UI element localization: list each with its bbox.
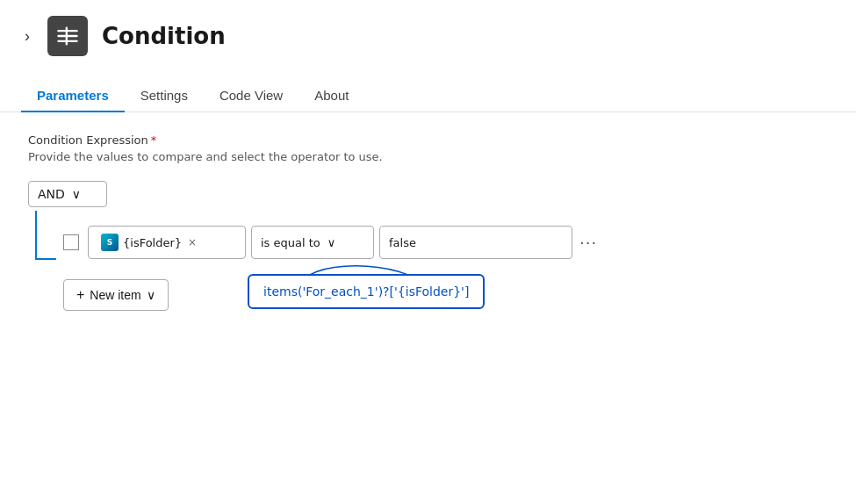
value-input-field[interactable]: S {isFolder} × (88, 226, 246, 259)
and-chevron-icon: ∨ (72, 187, 81, 201)
tooltip-text: items('For_each_1')?['{isFolder}'] (263, 284, 469, 299)
new-item-row: + New item ∨ items('For_each_1')?['{isFo… (63, 279, 828, 311)
and-label: AND (38, 187, 65, 201)
back-chevron[interactable]: › (21, 24, 33, 49)
bracket-line (35, 211, 56, 260)
required-indicator: * (151, 133, 157, 147)
token-label: {isFolder} (123, 236, 182, 249)
token-remove-button[interactable]: × (188, 236, 197, 248)
header: › Condition (0, 0, 856, 72)
token: S {isFolder} × (96, 232, 202, 253)
operator-chevron-icon: ∨ (327, 236, 336, 249)
row-checkbox[interactable] (63, 234, 79, 250)
new-item-button[interactable]: + New item ∨ (63, 279, 169, 311)
comparison-value-input[interactable]: false (379, 226, 572, 259)
content-area: Condition Expression* Provide the values… (0, 112, 856, 332)
new-item-chevron-icon: ∨ (147, 288, 155, 302)
svg-rect-3 (66, 27, 68, 46)
operator-dropdown[interactable]: is equal to ∨ (251, 226, 374, 259)
and-dropdown[interactable]: AND ∨ (28, 181, 107, 207)
tab-bar: Parameters Settings Code View About (0, 79, 856, 112)
condition-icon (55, 24, 80, 48)
plus-icon: + (76, 287, 84, 303)
condition-icon-box (47, 16, 88, 56)
operator-label: is equal to (261, 236, 320, 249)
tab-about[interactable]: About (299, 79, 364, 112)
tab-parameters[interactable]: Parameters (21, 79, 125, 112)
field-label: Condition Expression* (28, 133, 828, 147)
more-options-button[interactable]: ··· (579, 234, 597, 252)
page-title: Condition (102, 23, 226, 49)
condition-row: S {isFolder} × is equal to ∨ false ··· (35, 218, 828, 267)
field-description: Provide the values to compare and select… (28, 150, 828, 163)
tooltip-box: items('For_each_1')?['{isFolder}'] (248, 274, 485, 309)
condition-rows: S {isFolder} × is equal to ∨ false ··· + (35, 218, 828, 311)
comparison-value: false (389, 236, 416, 249)
new-item-label: New item (90, 288, 140, 302)
tab-settings[interactable]: Settings (125, 79, 204, 112)
token-icon: S (101, 234, 119, 251)
tab-code-view[interactable]: Code View (204, 79, 299, 112)
